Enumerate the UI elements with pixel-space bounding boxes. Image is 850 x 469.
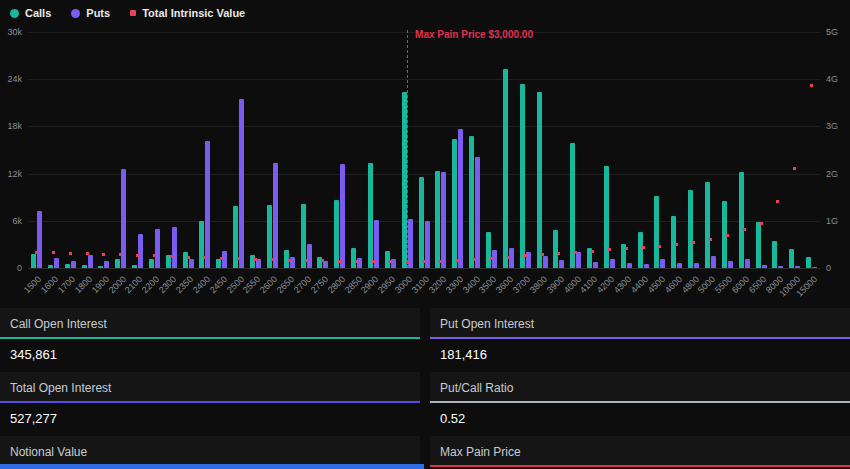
puts-bar [307, 244, 312, 268]
options-oi-chart[interactable]: Calls Puts Total Intrinsic Value 006k1G1… [0, 0, 850, 300]
legend-label-puts: Puts [86, 7, 110, 19]
intrinsic-value-dot [760, 222, 763, 225]
calls-bar [98, 266, 103, 268]
y-axis-right-tick: 2G [826, 169, 838, 179]
stat-label-row: Put Open Interest [430, 308, 850, 337]
x-axis-label-text: 1600 [39, 274, 60, 295]
intrinsic-value-dot [658, 245, 661, 248]
x-axis-label-text: 2400 [191, 274, 212, 295]
x-axis-label-text: 2200 [140, 274, 161, 295]
puts-bar [239, 99, 244, 268]
intrinsic-value-dot [574, 251, 577, 254]
x-axis-label-text: 2900 [359, 274, 380, 295]
gridline [28, 174, 820, 175]
stat-label-put-call-ratio: Put/Call Ratio [440, 381, 513, 395]
puts-bar [88, 255, 93, 268]
stat-label-total-open-interest: Total Open Interest [10, 381, 111, 395]
puts-bar [205, 141, 210, 268]
intrinsic-value-dot [153, 254, 156, 257]
x-axis-label-text: 4100 [578, 274, 599, 295]
puts-bar [543, 256, 548, 268]
x-axis-label-text: 6000 [730, 274, 751, 295]
x-axis-label-text: 1900 [90, 274, 111, 295]
y-axis-left-tick: 6k [0, 216, 22, 226]
y-axis-left-tick: 30k [0, 27, 22, 37]
stat-label-put-open-interest: Put Open Interest [440, 317, 534, 331]
legend-item-intrinsic[interactable]: Total Intrinsic Value [130, 7, 245, 19]
x-axis-label-text: 2450 [208, 274, 229, 295]
stat-cell-total-open-interest: Total Open Interest527,277 [0, 372, 420, 435]
stat-label-call-open-interest: Call Open Interest [10, 317, 107, 331]
stat-label-row: Call Open Interest [0, 308, 420, 337]
intrinsic-value-dot [372, 260, 375, 263]
legend-item-calls[interactable]: Calls [10, 7, 51, 19]
calls-bar [334, 200, 339, 268]
puts-bar [778, 266, 783, 268]
puts-bar [711, 256, 716, 268]
puts-bar [728, 261, 733, 268]
puts-bar [593, 262, 598, 268]
x-axis-label-text: 3600 [494, 274, 515, 295]
y-axis-left-tick: 12k [0, 169, 22, 179]
calls-bar [772, 241, 777, 268]
calls-bar [553, 230, 558, 269]
x-axis-label-text: 4500 [646, 274, 667, 295]
intrinsic-value-dot [625, 247, 628, 250]
intrinsic-value-dot [389, 260, 392, 263]
intrinsic-value-dot [810, 84, 813, 87]
intrinsic-value-dot [541, 253, 544, 256]
y-axis-left-tick: 0 [0, 263, 22, 273]
x-axis-label-text: 2750 [309, 274, 330, 295]
x-axis-label-text: 3200 [427, 274, 448, 295]
intrinsic-value-dot [338, 260, 341, 263]
calls-bar [537, 92, 542, 268]
intrinsic-value-dot [119, 253, 122, 256]
legend-item-puts[interactable]: Puts [71, 7, 110, 19]
intrinsic-value-dot [709, 238, 712, 241]
stat-value-put-open-interest: 181,416 [430, 339, 850, 371]
puts-bar [644, 264, 649, 268]
intrinsic-value-dot [423, 260, 426, 263]
x-axis-label-text: 2700 [292, 274, 313, 295]
stat-cell-call-open-interest: Call Open Interest345,861 [0, 308, 420, 371]
x-axis-label-text: 3800 [528, 274, 549, 295]
calls-bar [149, 259, 154, 268]
calls-bar [199, 221, 204, 268]
calls-bar [705, 182, 710, 268]
puts-bar [441, 172, 446, 268]
x-axis-label-text: 1500 [22, 274, 43, 295]
y-axis-right-tick: 5G [826, 27, 838, 37]
calls-bar [520, 84, 525, 268]
calls-bar [115, 259, 120, 268]
puts-bar [627, 263, 632, 269]
x-axis-label-text: 2100 [123, 274, 144, 295]
stat-value-put-call-ratio: 0.52 [430, 403, 850, 435]
puts-bar [745, 259, 750, 268]
y-axis-right-tick: 3G [826, 121, 838, 131]
max-pain-line [407, 30, 408, 268]
x-axis-label-text: 5500 [713, 274, 734, 295]
calls-bar [654, 196, 659, 268]
intrinsic-value-dot [642, 246, 645, 249]
calls-bar [671, 216, 676, 268]
intrinsic-value-dot [692, 241, 695, 244]
stat-label-row: Total Open Interest [0, 372, 420, 401]
x-axis-label-text: 3900 [545, 274, 566, 295]
intrinsic-value-dot [35, 251, 38, 254]
puts-bar [104, 261, 109, 268]
puts-bar [189, 259, 194, 268]
intrinsic-value-dot [271, 258, 274, 261]
calls-bar [739, 172, 744, 268]
x-axis-label-text: 2650 [275, 274, 296, 295]
puts-bar [37, 211, 42, 268]
y-axis-right-tick: 0 [826, 263, 831, 273]
calls-bar [570, 143, 575, 268]
x-axis-label-text: 2600 [258, 274, 279, 295]
calls-bar [351, 248, 356, 269]
stat-label-row: Notional Value [0, 436, 420, 465]
puts-bar [340, 164, 345, 268]
partial-row-underline [0, 464, 424, 469]
intrinsic-value-dot [237, 257, 240, 260]
stat-value-total-open-interest: 527,277 [0, 403, 420, 435]
y-axis-right-tick: 1G [826, 216, 838, 226]
